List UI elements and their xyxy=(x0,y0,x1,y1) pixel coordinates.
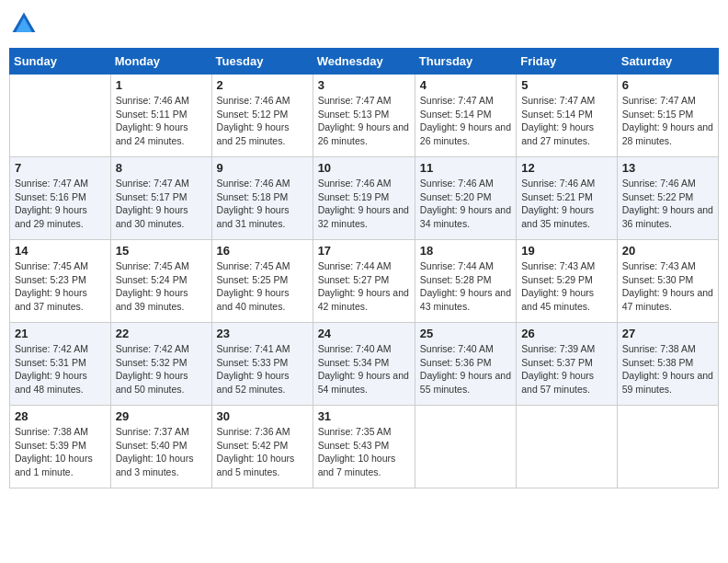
day-info: Sunrise: 7:44 AMSunset: 5:28 PMDaylight:… xyxy=(420,259,511,314)
day-header-wednesday: Wednesday xyxy=(313,49,415,75)
calendar-cell: 12Sunrise: 7:46 AMSunset: 5:21 PMDayligh… xyxy=(517,157,618,240)
page-header xyxy=(9,9,719,39)
day-number: 26 xyxy=(521,327,612,340)
calendar-cell xyxy=(10,75,111,157)
calendar-week-3: 14Sunrise: 7:45 AMSunset: 5:23 PMDayligh… xyxy=(10,240,719,323)
logo-icon xyxy=(9,9,39,39)
calendar-cell: 28Sunrise: 7:38 AMSunset: 5:39 PMDayligh… xyxy=(10,406,111,488)
day-info: Sunrise: 7:45 AMSunset: 5:23 PMDaylight:… xyxy=(15,259,106,314)
calendar-cell: 3Sunrise: 7:47 AMSunset: 5:13 PMDaylight… xyxy=(313,75,415,157)
day-info: Sunrise: 7:41 AMSunset: 5:33 PMDaylight:… xyxy=(217,342,308,396)
day-number: 19 xyxy=(521,244,612,258)
calendar-cell: 4Sunrise: 7:47 AMSunset: 5:14 PMDaylight… xyxy=(415,75,516,157)
day-header-friday: Friday xyxy=(517,49,618,75)
day-info: Sunrise: 7:42 AMSunset: 5:31 PMDaylight:… xyxy=(15,342,106,396)
day-info: Sunrise: 7:44 AMSunset: 5:27 PMDaylight:… xyxy=(318,259,410,314)
day-number: 23 xyxy=(217,327,308,340)
calendar-cell xyxy=(517,406,618,488)
day-info: Sunrise: 7:47 AMSunset: 5:13 PMDaylight:… xyxy=(318,94,410,148)
logo xyxy=(9,9,42,39)
day-number: 15 xyxy=(116,244,207,258)
day-info: Sunrise: 7:46 AMSunset: 5:11 PMDaylight:… xyxy=(116,94,207,148)
calendar-cell: 25Sunrise: 7:40 AMSunset: 5:36 PMDayligh… xyxy=(415,323,516,406)
day-info: Sunrise: 7:38 AMSunset: 5:39 PMDaylight:… xyxy=(15,425,106,479)
calendar-cell: 24Sunrise: 7:40 AMSunset: 5:34 PMDayligh… xyxy=(313,323,415,406)
day-number: 31 xyxy=(318,409,410,423)
day-info: Sunrise: 7:35 AMSunset: 5:43 PMDaylight:… xyxy=(318,425,410,479)
calendar-cell: 6Sunrise: 7:47 AMSunset: 5:15 PMDaylight… xyxy=(617,75,718,157)
day-info: Sunrise: 7:39 AMSunset: 5:37 PMDaylight:… xyxy=(521,342,612,396)
calendar-week-1: 1Sunrise: 7:46 AMSunset: 5:11 PMDaylight… xyxy=(10,75,719,157)
day-number: 25 xyxy=(420,327,511,340)
calendar-cell: 27Sunrise: 7:38 AMSunset: 5:38 PMDayligh… xyxy=(617,323,718,406)
calendar-week-4: 21Sunrise: 7:42 AMSunset: 5:31 PMDayligh… xyxy=(10,323,719,406)
day-info: Sunrise: 7:42 AMSunset: 5:32 PMDaylight:… xyxy=(116,342,207,396)
calendar-table: SundayMondayTuesdayWednesdayThursdayFrid… xyxy=(9,48,719,488)
day-number: 8 xyxy=(116,161,207,175)
day-number: 22 xyxy=(116,327,207,340)
day-header-monday: Monday xyxy=(110,49,211,75)
day-number: 2 xyxy=(217,78,308,92)
day-info: Sunrise: 7:46 AMSunset: 5:20 PMDaylight:… xyxy=(420,177,511,231)
calendar-week-2: 7Sunrise: 7:47 AMSunset: 5:16 PMDaylight… xyxy=(10,157,719,240)
calendar-cell xyxy=(415,406,516,488)
calendar-cell: 30Sunrise: 7:36 AMSunset: 5:42 PMDayligh… xyxy=(211,406,313,488)
day-number: 5 xyxy=(521,78,612,92)
day-number: 4 xyxy=(420,78,511,92)
calendar-cell: 29Sunrise: 7:37 AMSunset: 5:40 PMDayligh… xyxy=(110,406,211,488)
calendar-header-row: SundayMondayTuesdayWednesdayThursdayFrid… xyxy=(10,49,719,75)
calendar-cell xyxy=(617,406,718,488)
day-header-sunday: Sunday xyxy=(10,49,111,75)
day-number: 28 xyxy=(15,409,106,423)
calendar-cell: 13Sunrise: 7:46 AMSunset: 5:22 PMDayligh… xyxy=(617,157,718,240)
day-info: Sunrise: 7:46 AMSunset: 5:19 PMDaylight:… xyxy=(318,177,410,231)
calendar-cell: 21Sunrise: 7:42 AMSunset: 5:31 PMDayligh… xyxy=(10,323,111,406)
day-number: 6 xyxy=(622,78,713,92)
day-info: Sunrise: 7:40 AMSunset: 5:36 PMDaylight:… xyxy=(420,342,511,396)
day-info: Sunrise: 7:46 AMSunset: 5:12 PMDaylight:… xyxy=(217,94,308,148)
day-info: Sunrise: 7:46 AMSunset: 5:22 PMDaylight:… xyxy=(622,177,713,231)
day-number: 3 xyxy=(318,78,410,92)
day-number: 17 xyxy=(318,244,410,258)
day-info: Sunrise: 7:40 AMSunset: 5:34 PMDaylight:… xyxy=(318,342,410,396)
day-header-saturday: Saturday xyxy=(617,49,718,75)
day-info: Sunrise: 7:47 AMSunset: 5:15 PMDaylight:… xyxy=(622,94,713,148)
calendar-cell: 18Sunrise: 7:44 AMSunset: 5:28 PMDayligh… xyxy=(415,240,516,323)
day-number: 20 xyxy=(622,244,713,258)
day-info: Sunrise: 7:47 AMSunset: 5:17 PMDaylight:… xyxy=(116,177,207,231)
calendar-cell: 20Sunrise: 7:43 AMSunset: 5:30 PMDayligh… xyxy=(617,240,718,323)
day-info: Sunrise: 7:45 AMSunset: 5:25 PMDaylight:… xyxy=(217,259,308,314)
calendar-cell: 2Sunrise: 7:46 AMSunset: 5:12 PMDaylight… xyxy=(211,75,313,157)
day-number: 12 xyxy=(521,161,612,175)
calendar-cell: 23Sunrise: 7:41 AMSunset: 5:33 PMDayligh… xyxy=(211,323,313,406)
day-number: 16 xyxy=(217,244,308,258)
calendar-cell: 17Sunrise: 7:44 AMSunset: 5:27 PMDayligh… xyxy=(313,240,415,323)
calendar-cell: 8Sunrise: 7:47 AMSunset: 5:17 PMDaylight… xyxy=(110,157,211,240)
calendar-cell: 26Sunrise: 7:39 AMSunset: 5:37 PMDayligh… xyxy=(517,323,618,406)
calendar-cell: 11Sunrise: 7:46 AMSunset: 5:20 PMDayligh… xyxy=(415,157,516,240)
day-number: 30 xyxy=(217,409,308,423)
day-info: Sunrise: 7:38 AMSunset: 5:38 PMDaylight:… xyxy=(622,342,713,396)
day-info: Sunrise: 7:43 AMSunset: 5:30 PMDaylight:… xyxy=(622,259,713,314)
day-info: Sunrise: 7:46 AMSunset: 5:18 PMDaylight:… xyxy=(217,177,308,231)
calendar-cell: 15Sunrise: 7:45 AMSunset: 5:24 PMDayligh… xyxy=(110,240,211,323)
day-info: Sunrise: 7:37 AMSunset: 5:40 PMDaylight:… xyxy=(116,425,207,479)
day-info: Sunrise: 7:43 AMSunset: 5:29 PMDaylight:… xyxy=(521,259,612,314)
day-number: 21 xyxy=(15,327,106,340)
calendar-cell: 31Sunrise: 7:35 AMSunset: 5:43 PMDayligh… xyxy=(313,406,415,488)
calendar-cell: 19Sunrise: 7:43 AMSunset: 5:29 PMDayligh… xyxy=(517,240,618,323)
day-number: 24 xyxy=(318,327,410,340)
day-number: 9 xyxy=(217,161,308,175)
calendar-cell: 5Sunrise: 7:47 AMSunset: 5:14 PMDaylight… xyxy=(517,75,618,157)
day-number: 10 xyxy=(318,161,410,175)
day-info: Sunrise: 7:47 AMSunset: 5:14 PMDaylight:… xyxy=(521,94,612,148)
calendar-cell: 14Sunrise: 7:45 AMSunset: 5:23 PMDayligh… xyxy=(10,240,111,323)
day-info: Sunrise: 7:47 AMSunset: 5:16 PMDaylight:… xyxy=(15,177,106,231)
calendar-week-5: 28Sunrise: 7:38 AMSunset: 5:39 PMDayligh… xyxy=(10,406,719,488)
day-info: Sunrise: 7:36 AMSunset: 5:42 PMDaylight:… xyxy=(217,425,308,479)
calendar-cell: 10Sunrise: 7:46 AMSunset: 5:19 PMDayligh… xyxy=(313,157,415,240)
calendar-cell: 9Sunrise: 7:46 AMSunset: 5:18 PMDaylight… xyxy=(211,157,313,240)
day-header-tuesday: Tuesday xyxy=(211,49,313,75)
day-number: 7 xyxy=(15,161,106,175)
day-number: 29 xyxy=(116,409,207,423)
